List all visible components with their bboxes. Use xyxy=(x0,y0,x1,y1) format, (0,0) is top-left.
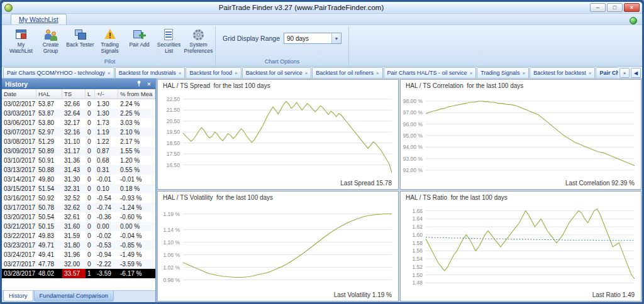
table-row[interactable]: 03/28/201748.0233.571-3.59-6.17 % xyxy=(2,269,155,278)
ribbon-tab-my-watchlist[interactable]: My WatchList xyxy=(11,14,67,24)
column-header[interactable]: HAL xyxy=(36,89,62,99)
chart-grid: HAL / TS Spread for the last 100 days 22… xyxy=(157,79,642,302)
table-cell: 50.92 xyxy=(36,193,62,203)
table-row[interactable]: 03/07/201752.9732.1601.192.10 % xyxy=(2,128,155,137)
table-cell: 03/14/2017 xyxy=(2,175,36,184)
table-cell: 1.19 xyxy=(95,128,118,137)
column-header[interactable]: TS xyxy=(62,89,86,99)
table-row[interactable]: 03/10/201750.9131.3600.681.20 % xyxy=(2,156,155,165)
ribbon-button-trading-signals[interactable]: Trading Signals xyxy=(95,26,125,55)
tab-close-icon[interactable]: × xyxy=(376,70,379,76)
table-cell: 2.17 % xyxy=(118,137,155,146)
panel-tab-fundamental-comparison[interactable]: Fundamental Comparison xyxy=(34,291,114,301)
tab-close-icon[interactable]: × xyxy=(235,70,238,76)
create-group-icon xyxy=(43,28,58,41)
pin-icon[interactable] xyxy=(136,80,142,88)
y-tick-label: 22.50 xyxy=(167,96,180,102)
document-tab[interactable]: Pair Charts QCOM/YHOO - technology× xyxy=(3,67,114,78)
help-icon[interactable] xyxy=(630,17,637,24)
table-row[interactable]: 03/15/201751.5432.3100.100.18 % xyxy=(2,184,155,193)
tab-close-button[interactable]: × xyxy=(619,68,630,78)
ribbon-button-pair-add[interactable]: Pair Add xyxy=(125,26,154,48)
ribbon-button-back-tester[interactable]: Back Tester xyxy=(65,26,95,48)
ribbon-button-securities-list[interactable]: Securities List xyxy=(154,26,184,55)
table-cell: 48.02 xyxy=(36,269,62,278)
column-header[interactable]: % from Mea xyxy=(118,89,155,99)
grid-display-range-select[interactable]: 90 days ▼ xyxy=(284,33,341,44)
close-button[interactable]: × xyxy=(624,3,640,12)
document-tab[interactable]: Backtest for Industrials× xyxy=(115,67,186,78)
chart-plot: 1.19 %1.14 %1.10 %1.06 %1.02 %0.98 % xyxy=(158,202,398,291)
table-row[interactable]: 03/02/201753.8732.6601.302.24 % xyxy=(2,99,155,109)
table-cell: 03/22/2017 xyxy=(2,231,36,241)
document-tab[interactable]: Backtest for oil service× xyxy=(242,67,312,78)
chart-footer: Last Spread 15.78 xyxy=(158,180,398,189)
table-cell: 32.52 xyxy=(62,193,86,203)
table-row[interactable]: 03/16/201750.9232.520-0.54-0.93 % xyxy=(2,193,155,203)
minimize-button[interactable]: – xyxy=(590,3,606,12)
column-header[interactable]: L xyxy=(86,89,95,99)
system-preferences-icon xyxy=(191,28,206,41)
chart-canvas: 98.00 %97.00 %96.00 %95.00 %94.00 %93.00… xyxy=(401,90,641,180)
tab-scroll-left-button[interactable]: ◀ xyxy=(631,68,641,78)
table-cell: 03/10/2017 xyxy=(2,156,36,165)
table-cell: 03/16/2017 xyxy=(2,193,36,203)
tab-close-icon[interactable]: × xyxy=(523,70,526,76)
column-header[interactable]: Date xyxy=(2,89,36,99)
table-row[interactable]: 03/20/201750.5432.610-0.36-0.60 % xyxy=(2,212,155,222)
tab-close-icon[interactable]: × xyxy=(470,70,473,76)
tab-close-icon[interactable]: × xyxy=(589,70,592,76)
ribbon-button-my-watchlist[interactable]: My WatchList xyxy=(6,26,36,55)
table-cell: 0.87 xyxy=(95,146,118,156)
panel-close-icon[interactable]: × xyxy=(146,81,152,87)
y-tick-label: 17.50 xyxy=(167,151,180,157)
volatility-chart-panel: HAL / TS Volatility for the last 100 day… xyxy=(157,191,399,301)
table-row[interactable]: 03/09/201750.8931.1700.871.55 % xyxy=(2,146,155,156)
table-row[interactable]: 03/27/201747.7832.000-2.22-3.59 % xyxy=(2,259,155,269)
table-row[interactable]: 03/03/201753.8732.6401.302.25 % xyxy=(2,109,155,118)
document-tab[interactable]: Pair Charts HAL/TS - oil service× xyxy=(596,67,618,78)
securities-list-icon xyxy=(162,28,177,41)
table-row[interactable]: 03/08/201751.2931.1001.222.17 % xyxy=(2,137,155,146)
column-header[interactable]: +/- xyxy=(95,89,118,99)
ribbon-button-create-group[interactable]: Create Group xyxy=(36,26,65,55)
document-tab[interactable]: Backtest for oil refiners× xyxy=(312,67,382,78)
table-cell: 3.03 % xyxy=(118,118,155,128)
table-row[interactable]: 03/14/201749.8031.300-0.01-0.01 % xyxy=(2,175,155,184)
table-cell: 32.17 xyxy=(62,118,86,128)
table-cell: 31.30 xyxy=(62,175,86,184)
history-grid-header: DateHALTSL+/-% from Mea xyxy=(2,89,155,99)
document-tab[interactable]: Trading Signals× xyxy=(477,67,529,78)
panel-tab-history[interactable]: History xyxy=(3,291,33,301)
tab-close-icon[interactable]: × xyxy=(108,70,111,76)
maximize-button[interactable]: □ xyxy=(607,3,623,12)
table-cell: 03/02/2017 xyxy=(2,99,36,109)
table-cell: 33.57 xyxy=(62,269,86,278)
y-tick-label: 1.56 xyxy=(412,247,423,254)
document-tab-label: Pair Charts HAL/TS - oil service xyxy=(387,70,467,76)
table-row[interactable]: 03/22/201749.8331.590-0.02-0.04 % xyxy=(2,231,155,241)
table-row[interactable]: 03/17/201750.7832.620-0.74-1.24 % xyxy=(2,203,155,212)
table-cell: 1.30 xyxy=(95,99,118,109)
document-tab[interactable]: Backtest for backtest× xyxy=(530,67,595,78)
document-tab[interactable]: Pair Charts HAL/TS - oil service× xyxy=(384,67,477,78)
tab-close-icon[interactable]: × xyxy=(305,70,308,76)
document-tab-bar: Pair Charts QCOM/YHOO - technology×Backt… xyxy=(2,67,642,79)
table-cell: 0 xyxy=(86,109,95,118)
table-cell: 53.87 xyxy=(36,109,62,118)
table-row[interactable]: 03/13/201750.8831.4300.310.55 % xyxy=(2,165,155,175)
table-cell: 31.43 xyxy=(62,165,86,175)
table-row[interactable]: 03/23/201749.7131.800-0.53-0.85 % xyxy=(2,241,155,250)
table-row[interactable]: 03/06/201753.8032.1701.733.03 % xyxy=(2,118,155,128)
document-tab[interactable]: Backtest for food× xyxy=(186,67,241,78)
grid-display-range-value: 90 days xyxy=(284,35,331,42)
table-row[interactable]: 03/24/201749.4131.960-0.94-1.49 % xyxy=(2,250,155,259)
table-row[interactable]: 03/21/201750.1531.6000.000.00 % xyxy=(2,222,155,231)
table-cell: -0.94 xyxy=(95,250,118,259)
table-cell: 0 xyxy=(86,146,95,156)
ribbon-button-system-preferences[interactable]: System Preferences xyxy=(184,26,213,55)
chevron-down-icon[interactable]: ▼ xyxy=(331,33,341,43)
table-cell: 50.54 xyxy=(36,212,62,222)
y-tick-label: 1.54 xyxy=(412,256,423,262)
tab-close-icon[interactable]: × xyxy=(179,70,182,76)
